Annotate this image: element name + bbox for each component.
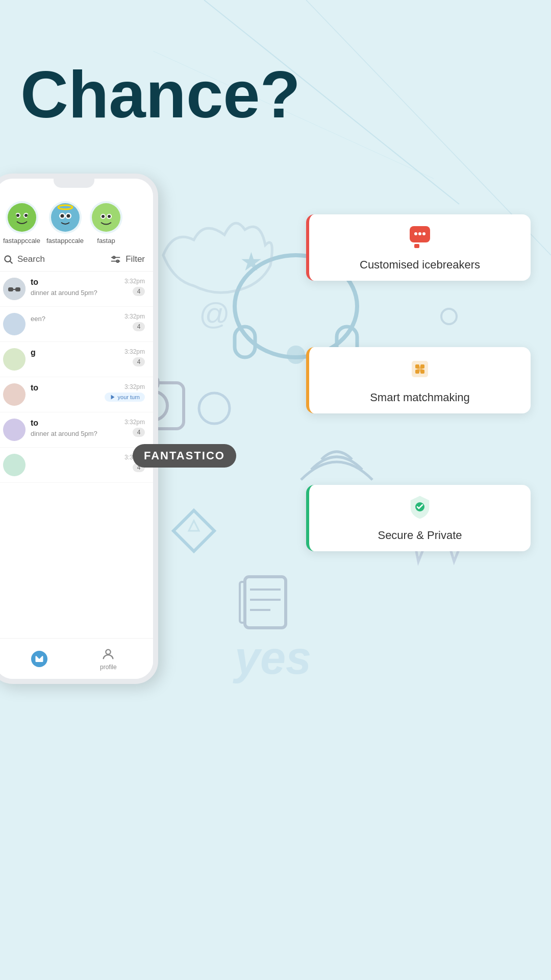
phone-mockup: fastappccale fastappccale — [0, 174, 158, 684]
svg-point-30 — [11, 213, 17, 222]
story-item[interactable]: fastappccale — [46, 201, 84, 244]
svg-point-31 — [27, 213, 33, 222]
story-name: fastappccale — [46, 237, 84, 244]
story-item[interactable]: fastap — [90, 201, 122, 244]
chat-name: g — [31, 348, 119, 357]
story-name: fastappccale — [3, 237, 40, 244]
svg-point-28 — [16, 214, 19, 217]
chat-meta: 3:32pm 4 — [124, 313, 145, 331]
chat-item[interactable]: 3:32pm 4 — [0, 448, 153, 483]
matchmaking-icon — [407, 356, 433, 387]
svg-point-59 — [422, 232, 425, 235]
story-avatar — [6, 201, 38, 234]
svg-marker-18 — [189, 521, 199, 531]
chat-meta: 3:32pm 4 — [124, 278, 145, 296]
nav-profile[interactable]: profile — [100, 647, 117, 671]
chat-content: g — [31, 348, 119, 359]
icebreakers-card: Customised icebreakers — [306, 214, 531, 281]
chat-list: to dinner at around 5pm? 3:32pm 4 een? 3… — [0, 272, 153, 483]
story-avatar — [49, 201, 82, 234]
svg-point-58 — [418, 232, 421, 235]
fantastico-badge: FANTASTICO — [133, 444, 236, 468]
svg-text:★: ★ — [240, 248, 263, 276]
chat-content: to dinner at around 5pm? — [31, 278, 119, 297]
story-item[interactable]: fastappccale — [3, 201, 40, 244]
stories-row: fastappccale fastappccale — [0, 193, 153, 250]
chat-message: een? — [31, 315, 119, 323]
profile-icon — [101, 647, 115, 662]
svg-point-15 — [441, 309, 457, 324]
svg-point-38 — [92, 203, 120, 232]
your-turn-badge: your turn — [105, 393, 145, 402]
phone-screen: fastappccale fastappccale — [0, 179, 153, 679]
chat-name: to — [31, 419, 119, 428]
secure-icon — [407, 494, 433, 525]
svg-line-44 — [10, 261, 13, 264]
chat-meta: 3:32pm 4 — [124, 348, 145, 366]
chat-meta: 3:32pm 4 — [124, 419, 145, 437]
svg-rect-51 — [15, 287, 20, 291]
chat-message: dinner at around 5pm? — [31, 430, 119, 437]
icebreakers-icon — [407, 224, 433, 254]
svg-rect-23 — [240, 582, 245, 623]
chat-content: to — [31, 383, 99, 395]
svg-rect-56 — [414, 244, 419, 248]
chat-avatar — [3, 454, 26, 476]
chat-name: to — [31, 278, 119, 287]
svg-point-32 — [51, 203, 80, 232]
svg-rect-19 — [245, 577, 286, 628]
nav-messages[interactable] — [31, 651, 47, 667]
chat-item[interactable]: g 3:32pm 4 — [0, 342, 153, 377]
phone-notch — [54, 179, 94, 188]
svg-point-35 — [60, 214, 64, 218]
svg-rect-50 — [8, 287, 13, 291]
svg-marker-53 — [111, 395, 114, 400]
chat-item[interactable]: to dinner at around 5pm? 3:32pm 4 — [0, 272, 153, 307]
chat-avatar — [3, 278, 26, 300]
chat-badge: 4 — [133, 322, 145, 331]
svg-point-29 — [24, 214, 28, 217]
chat-item[interactable]: to dinner at around 5pm? 3:32pm 4 — [0, 412, 153, 448]
story-avatar — [90, 201, 122, 234]
filter-button[interactable]: Filter — [110, 254, 145, 265]
matchmaking-card: Smart matchmaking — [306, 347, 531, 413]
chat-message: dinner at around 5pm? — [31, 289, 119, 297]
messages-icon — [31, 651, 47, 667]
chat-avatar — [3, 383, 26, 406]
secure-label: Secure & Private — [378, 529, 462, 542]
chat-item[interactable]: een? 3:32pm 4 — [0, 307, 153, 342]
page-title: Chance? — [20, 61, 300, 128]
chat-avatar — [3, 348, 26, 371]
chat-time: 3:32pm — [124, 313, 145, 320]
chat-time: 3:32pm — [124, 278, 145, 285]
story-name: fastap — [97, 237, 115, 244]
chat-time: 3:32pm — [124, 348, 145, 355]
chat-avatar — [3, 419, 26, 441]
chat-badge: 4 — [133, 428, 145, 437]
search-label: Search — [17, 254, 45, 264]
chat-name: to — [31, 383, 99, 393]
icebreakers-label: Customised icebreakers — [360, 258, 480, 272]
matchmaking-label: Smart matchmaking — [370, 391, 470, 404]
search-bar: Search Filter — [0, 250, 153, 272]
chat-badge: 4 — [133, 357, 145, 366]
svg-text:@: @ — [199, 297, 230, 331]
svg-point-43 — [5, 256, 11, 262]
svg-point-42 — [108, 215, 111, 218]
chat-item[interactable]: to 3:32pm your turn — [0, 377, 153, 412]
profile-label: profile — [100, 664, 117, 671]
svg-point-65 — [417, 366, 422, 372]
bottom-nav: profile — [0, 638, 153, 679]
svg-point-6 — [287, 346, 305, 364]
svg-point-57 — [414, 232, 417, 235]
chat-badge: 4 — [133, 287, 145, 296]
chat-time: 3:32pm — [124, 383, 145, 390]
search-button[interactable]: Search — [3, 254, 45, 264]
svg-point-13 — [199, 393, 230, 424]
svg-point-36 — [66, 214, 70, 218]
chat-time: 3:32pm — [124, 419, 145, 426]
svg-point-54 — [106, 649, 111, 654]
svg-text:yes: yes — [233, 632, 311, 683]
chat-content: to dinner at around 5pm? — [31, 419, 119, 437]
chat-meta: 3:32pm your turn — [105, 383, 145, 402]
